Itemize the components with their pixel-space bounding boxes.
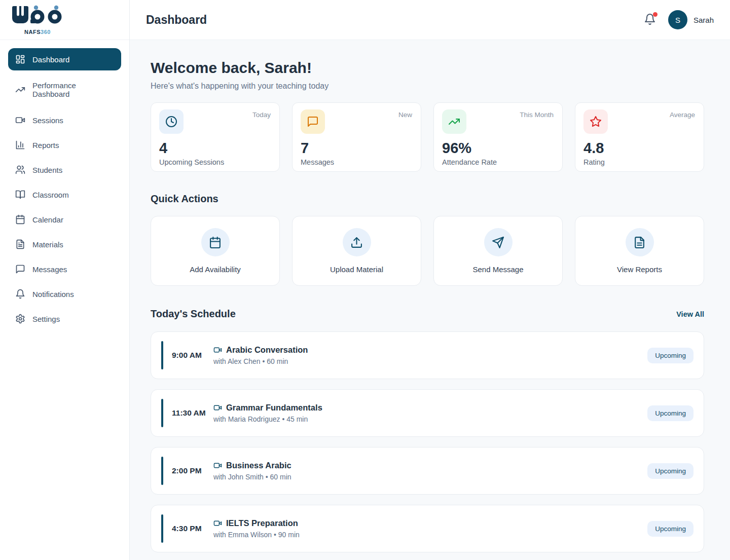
avatar: S [668, 10, 687, 29]
welcome-heading: Welcome back, Sarah! [151, 59, 704, 77]
stat-label: Upcoming Sessions [159, 158, 271, 166]
notification-badge-dot [653, 12, 658, 17]
sidebar: NAFS360 Dashboard Performance Dashboard … [0, 0, 130, 560]
page-title: Dashboard [146, 13, 207, 27]
session-time: 4:30 PM [172, 524, 209, 533]
user-name: Sarah [694, 16, 714, 24]
sidebar-item-label: Performance Dashboard [32, 81, 114, 98]
sidebar-item-sessions[interactable]: Sessions [8, 109, 121, 131]
quick-actions-row: Add Availability Upload Material Send Me… [151, 216, 704, 286]
sidebar-item-label: Students [32, 166, 62, 174]
quick-action-label: Send Message [472, 265, 523, 274]
session-title: IELTS Preparation [226, 518, 298, 528]
status-badge: Upcoming [647, 348, 694, 363]
stat-tag: New [398, 111, 412, 119]
sidebar-item-label: Notifications [32, 290, 74, 298]
stat-label: Messages [301, 158, 413, 166]
video-icon [213, 461, 222, 470]
sidebar-item-label: Dashboard [32, 55, 69, 64]
session-title: Grammar Fundamentals [226, 403, 322, 413]
sidebar-item-reports[interactable]: Reports [8, 134, 121, 156]
status-badge: Upcoming [647, 521, 694, 537]
video-icon [15, 115, 25, 125]
file-text-icon [633, 236, 646, 249]
sidebar-item-calendar[interactable]: Calendar [8, 208, 121, 231]
sidebar-item-materials[interactable]: Materials [8, 233, 121, 255]
stat-tag: Today [252, 111, 271, 119]
message-square-icon [15, 264, 25, 274]
accent-bar [161, 514, 163, 543]
upload-material-button[interactable]: Upload Material [292, 216, 421, 286]
quick-action-label: Upload Material [330, 265, 383, 274]
session-time: 11:30 AM [172, 408, 209, 418]
send-message-button[interactable]: Send Message [433, 216, 563, 286]
stat-label: Attendance Rate [442, 158, 554, 166]
user-menu[interactable]: S Sarah [668, 10, 714, 29]
stat-tag: This Month [520, 111, 554, 119]
session-subtitle: with Emma Wilson • 90 min [213, 531, 300, 539]
stats-row: Today 4 Upcoming Sessions New 7 Messages… [151, 102, 704, 172]
app-logo: NAFS360 [0, 0, 129, 40]
stat-value: 7 [301, 140, 413, 157]
sidebar-item-classroom[interactable]: Classroom [8, 183, 121, 206]
top-header: Dashboard S Sarah [130, 0, 730, 40]
schedule-list: 9:00 AM Arabic Conversation with Alex Ch… [151, 331, 704, 552]
session-subtitle: with John Smith • 60 min [213, 473, 291, 481]
quick-action-label: Add Availability [190, 265, 241, 274]
stat-value: 4.8 [583, 140, 696, 157]
sidebar-item-label: Reports [32, 141, 59, 150]
star-icon [590, 116, 602, 128]
calendar-icon [15, 214, 25, 225]
session-title: Business Arabic [226, 461, 291, 470]
sidebar-item-dashboard[interactable]: Dashboard [8, 48, 121, 70]
accent-bar [161, 341, 163, 369]
session-title: Arabic Conversation [226, 345, 308, 355]
sidebar-item-label: Materials [32, 240, 63, 249]
gear-icon [15, 314, 25, 324]
quick-action-label: View Reports [617, 265, 662, 274]
session-subtitle: with Alex Chen • 60 min [213, 357, 308, 365]
clock-icon [165, 116, 177, 128]
calendar-icon [209, 236, 222, 249]
view-all-link[interactable]: View All [676, 310, 704, 318]
message-square-icon [307, 116, 319, 128]
stat-card-rating: Average 4.8 Rating [575, 102, 704, 172]
schedule-row-business-arabic[interactable]: 2:00 PM Business Arabic with John Smith … [151, 447, 704, 495]
sidebar-item-performance-dashboard[interactable]: Performance Dashboard [8, 79, 121, 101]
bar-chart-icon [15, 140, 25, 150]
session-time: 2:00 PM [172, 466, 209, 475]
view-reports-button[interactable]: View Reports [575, 216, 704, 286]
stat-value: 96% [442, 140, 554, 157]
session-subtitle: with Maria Rodriguez • 45 min [213, 415, 322, 423]
sidebar-item-label: Settings [32, 315, 60, 323]
sidebar-item-messages[interactable]: Messages [8, 258, 121, 280]
sidebar-item-settings[interactable]: Settings [8, 308, 121, 330]
trending-up-icon [15, 85, 25, 95]
notifications-button[interactable] [644, 13, 657, 26]
add-availability-button[interactable]: Add Availability [151, 216, 280, 286]
stat-tag: Average [670, 111, 695, 119]
sidebar-item-notifications[interactable]: Notifications [8, 283, 121, 305]
bell-icon [15, 289, 25, 299]
stat-card-upcoming-sessions: Today 4 Upcoming Sessions [151, 102, 280, 172]
video-icon [213, 519, 222, 528]
users-icon [15, 165, 25, 175]
sidebar-item-label: Messages [32, 265, 67, 274]
accent-bar [161, 399, 163, 427]
video-icon [213, 346, 222, 354]
schedule-row-ielts-preparation[interactable]: 4:30 PM IELTS Preparation with Emma Wils… [151, 505, 704, 552]
stat-value: 4 [159, 140, 271, 157]
sidebar-item-label: Sessions [32, 116, 63, 125]
sidebar-item-students[interactable]: Students [8, 159, 121, 181]
sidebar-nav: Dashboard Performance Dashboard Sessions… [0, 40, 129, 341]
sidebar-item-label: Classroom [32, 191, 69, 199]
status-badge: Upcoming [647, 463, 694, 479]
upload-icon [350, 236, 363, 249]
file-text-icon [15, 239, 25, 249]
schedule-row-grammar-fundamentals[interactable]: 11:30 AM Grammar Fundamentals with Maria… [151, 389, 704, 437]
quick-actions-heading: Quick Actions [151, 193, 704, 205]
schedule-heading: Today's Schedule [151, 308, 236, 320]
schedule-row-arabic-conversation[interactable]: 9:00 AM Arabic Conversation with Alex Ch… [151, 331, 704, 379]
sidebar-item-label: Calendar [32, 215, 63, 224]
main-content: Welcome back, Sarah! Here's what's happe… [130, 0, 730, 560]
